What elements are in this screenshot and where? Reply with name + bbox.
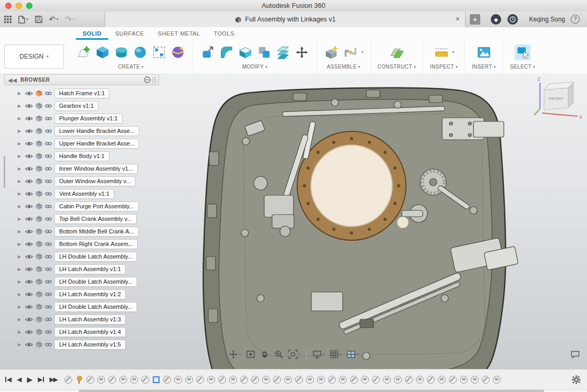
browser-item[interactable]: ▶ Handle Body v1:1 <box>18 150 159 162</box>
browser-item-label[interactable]: LH Double Latch Assembly... <box>54 302 137 312</box>
fillet-icon[interactable] <box>219 44 234 60</box>
timeline-feature-icon[interactable] <box>141 376 149 384</box>
construct-menu[interactable]: CONSTRUCT▾ <box>378 64 416 70</box>
inspect-menu[interactable]: INSPECT▾ <box>430 64 458 70</box>
timeline-feature-icon[interactable] <box>119 376 127 384</box>
browser-item-label[interactable]: LH Latch Assembly v1:1 <box>54 264 126 274</box>
timeline-feature-icon[interactable] <box>251 376 259 384</box>
timeline-feature-icon[interactable] <box>295 376 303 384</box>
browser-item-label[interactable]: Inner Window Assembly v1... <box>54 164 138 174</box>
visibility-eye-icon[interactable] <box>25 153 33 159</box>
select-icon[interactable] <box>515 44 530 60</box>
canvas-icon[interactable] <box>476 44 492 60</box>
disclosure-triangle-icon[interactable]: ▶ <box>18 254 22 259</box>
browser-item-label[interactable]: LH Latch Assembly v1:3 <box>54 315 126 324</box>
chevron-down-icon[interactable]: ▾ <box>362 50 364 54</box>
browser-item[interactable]: ▶ LH Double Latch Assembly... <box>18 250 159 263</box>
modify-menu[interactable]: MODIFY▾ <box>242 64 267 70</box>
disclosure-triangle-icon[interactable]: ▶ <box>18 166 22 171</box>
browser-item[interactable]: ▶ Top Bell Crank Assembly v... <box>18 212 159 225</box>
fit-icon[interactable]: ▾ <box>288 350 301 359</box>
browser-item-label[interactable]: LH Double Latch Assembly... <box>54 252 137 262</box>
browser-item[interactable]: ▶ LH Latch Assembly v1:2 <box>18 288 159 300</box>
disclosure-triangle-icon[interactable]: ▶ <box>18 279 22 284</box>
visibility-eye-icon[interactable] <box>25 304 33 310</box>
disclosure-triangle-icon[interactable]: ▶ <box>18 317 22 322</box>
display-settings-icon[interactable]: ▾ <box>312 350 325 359</box>
app-grid-icon[interactable] <box>4 16 12 23</box>
visibility-eye-icon[interactable] <box>25 279 33 285</box>
timeline-feature-icon[interactable] <box>174 376 182 384</box>
visibility-eye-icon[interactable] <box>25 204 33 209</box>
browser-item[interactable]: ▶ Inner Window Assembly v1... <box>18 162 159 175</box>
timeline-feature-icon[interactable] <box>240 376 248 384</box>
disclosure-triangle-icon[interactable]: ▶ <box>18 242 22 247</box>
job-status-button[interactable] <box>507 14 518 25</box>
visibility-eye-icon[interactable] <box>25 191 33 197</box>
remove-panel-icon[interactable] <box>144 76 151 83</box>
save-button[interactable] <box>35 16 42 23</box>
tab-sheet-metal[interactable]: SHEET METAL <box>151 30 207 40</box>
browser-item[interactable]: ▶ LH Latch Assembly v1:1 <box>18 263 159 275</box>
pattern-icon[interactable] <box>151 44 167 60</box>
tab-surface[interactable]: SURFACE <box>108 30 151 40</box>
timeline-feature-icon[interactable] <box>438 376 446 384</box>
undo-button[interactable]: ↶▾ <box>49 15 59 24</box>
browser-item-label[interactable]: Top Bell Crank Assembly v... <box>54 214 137 224</box>
browser-item[interactable]: ▶ Hatch Frame v1:1 <box>18 87 159 99</box>
browser-item[interactable]: ▶ Cabin Purge Port Assembly... <box>18 200 159 212</box>
joint-icon[interactable] <box>343 44 358 60</box>
go-to-end-button[interactable]: ▶▶ <box>49 376 57 383</box>
offset-face-icon[interactable] <box>275 44 291 60</box>
timeline-feature-icon[interactable] <box>471 376 479 384</box>
browser-item-label[interactable]: Cabin Purge Port Assembly... <box>54 201 139 211</box>
timeline-settings-gear-icon[interactable] <box>572 375 581 384</box>
step-forward-button[interactable]: ▶ <box>38 376 44 383</box>
browser-item[interactable]: ▶ Bottom Middle Bell Crank A... <box>18 225 159 238</box>
timeline-feature-icon[interactable] <box>64 376 72 384</box>
browser-item-label[interactable]: Bottom Middle Bell Crank A... <box>54 227 139 237</box>
visibility-eye-icon[interactable] <box>25 229 33 234</box>
timeline-feature-icon[interactable] <box>229 376 237 384</box>
visibility-eye-icon[interactable] <box>25 329 33 335</box>
disclosure-triangle-icon[interactable]: ▶ <box>18 305 22 309</box>
create-menu[interactable]: CREATE▾ <box>118 64 143 70</box>
cylinder-icon[interactable] <box>114 44 129 60</box>
visibility-eye-icon[interactable] <box>25 254 33 260</box>
timeline-feature-icon[interactable] <box>108 376 116 384</box>
disclosure-triangle-icon[interactable]: ▶ <box>18 129 22 133</box>
timeline-feature-icon[interactable] <box>130 376 138 384</box>
browser-item-label[interactable]: Vent Assembly v1:1 <box>54 189 114 199</box>
view-cube[interactable]: FRONT Z X <box>532 75 584 122</box>
browser-item-label[interactable]: Hatch Frame v1:1 <box>54 88 109 98</box>
timeline-feature-icon[interactable] <box>306 376 314 384</box>
browser-item[interactable]: ▶ LH Latch Assembly v1:5 <box>18 338 159 351</box>
construction-plane-icon[interactable] <box>389 44 404 60</box>
redo-button[interactable]: ↷▾ <box>65 15 75 24</box>
browser-item-label[interactable]: Gearbox v1:1 <box>54 101 98 111</box>
timeline-feature-icon[interactable] <box>328 376 336 384</box>
timeline-feature-icon[interactable] <box>405 376 413 384</box>
press-pull-icon[interactable] <box>200 44 216 60</box>
timeline-feature-icon[interactable] <box>383 376 391 384</box>
visibility-eye-icon[interactable] <box>25 266 33 272</box>
chevron-down-icon[interactable]: ▾ <box>453 50 455 54</box>
timeline-feature-icon[interactable] <box>152 376 160 384</box>
document-tab[interactable]: Full Assembly with Linkages v1 × <box>105 12 466 27</box>
coil-icon[interactable] <box>170 44 186 60</box>
browser-item[interactable]: ▶ LH Latch Assembly v1:4 <box>18 326 159 338</box>
browser-item[interactable]: ▶ Upper Handle Bracket Asse... <box>18 137 159 150</box>
disclosure-triangle-icon[interactable]: ▶ <box>18 330 22 334</box>
disclosure-triangle-icon[interactable]: ▶ <box>18 141 22 146</box>
extensions-button[interactable]: ◆ <box>491 14 501 25</box>
timeline-feature-icon[interactable] <box>75 376 83 384</box>
box-icon[interactable] <box>95 44 110 60</box>
browser-item[interactable]: ▶ Vent Assembly v1:1 <box>18 187 159 200</box>
timeline-feature-icon[interactable] <box>427 376 435 384</box>
browser-item[interactable]: ▶ Bottom Right Crank Assem... <box>18 238 159 250</box>
visibility-eye-icon[interactable] <box>25 116 33 121</box>
visibility-eye-icon[interactable] <box>25 241 33 247</box>
tab-solid[interactable]: SOLID <box>76 30 108 40</box>
browser-item[interactable]: ▶ Outer Window Assembly v... <box>18 175 159 187</box>
browser-item[interactable]: ▶ LH Latch Assembly v1:3 <box>18 313 159 326</box>
